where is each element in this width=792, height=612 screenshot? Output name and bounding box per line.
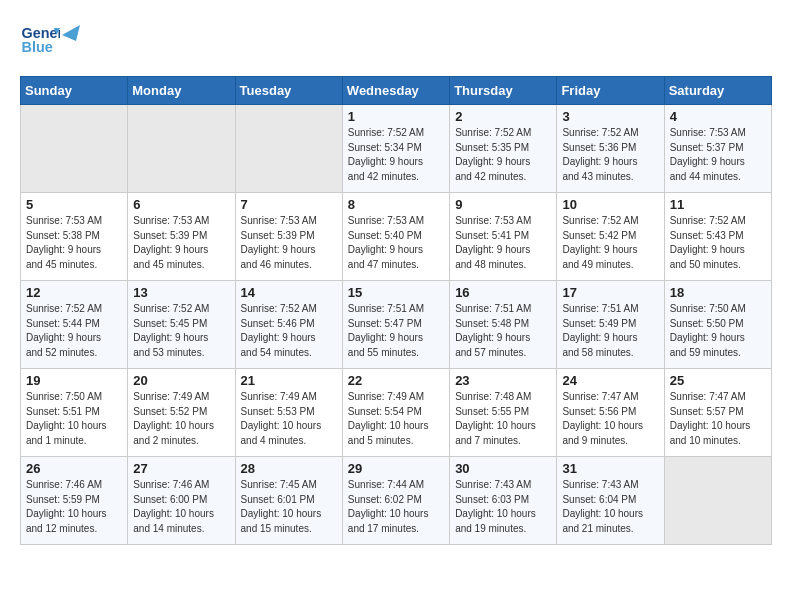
day-number: 15 <box>348 285 444 300</box>
calendar-cell: 2Sunrise: 7:52 AM Sunset: 5:35 PM Daylig… <box>450 105 557 193</box>
day-number: 24 <box>562 373 658 388</box>
day-number: 10 <box>562 197 658 212</box>
calendar-cell: 25Sunrise: 7:47 AM Sunset: 5:57 PM Dayli… <box>664 369 771 457</box>
calendar-cell: 16Sunrise: 7:51 AM Sunset: 5:48 PM Dayli… <box>450 281 557 369</box>
day-info: Sunrise: 7:52 AM Sunset: 5:44 PM Dayligh… <box>26 302 122 360</box>
day-number: 25 <box>670 373 766 388</box>
day-number: 22 <box>348 373 444 388</box>
calendar-cell: 15Sunrise: 7:51 AM Sunset: 5:47 PM Dayli… <box>342 281 449 369</box>
day-info: Sunrise: 7:52 AM Sunset: 5:45 PM Dayligh… <box>133 302 229 360</box>
day-number: 26 <box>26 461 122 476</box>
header-friday: Friday <box>557 77 664 105</box>
day-info: Sunrise: 7:52 AM Sunset: 5:43 PM Dayligh… <box>670 214 766 272</box>
header-monday: Monday <box>128 77 235 105</box>
day-info: Sunrise: 7:53 AM Sunset: 5:41 PM Dayligh… <box>455 214 551 272</box>
day-number: 20 <box>133 373 229 388</box>
calendar-cell <box>128 105 235 193</box>
calendar-cell: 13Sunrise: 7:52 AM Sunset: 5:45 PM Dayli… <box>128 281 235 369</box>
calendar-cell: 20Sunrise: 7:49 AM Sunset: 5:52 PM Dayli… <box>128 369 235 457</box>
svg-text:Blue: Blue <box>22 39 53 55</box>
calendar-week-row: 19Sunrise: 7:50 AM Sunset: 5:51 PM Dayli… <box>21 369 772 457</box>
day-info: Sunrise: 7:48 AM Sunset: 5:55 PM Dayligh… <box>455 390 551 448</box>
day-number: 16 <box>455 285 551 300</box>
calendar-cell: 21Sunrise: 7:49 AM Sunset: 5:53 PM Dayli… <box>235 369 342 457</box>
calendar-week-row: 1Sunrise: 7:52 AM Sunset: 5:34 PM Daylig… <box>21 105 772 193</box>
calendar-cell: 19Sunrise: 7:50 AM Sunset: 5:51 PM Dayli… <box>21 369 128 457</box>
day-number: 7 <box>241 197 337 212</box>
day-info: Sunrise: 7:52 AM Sunset: 5:36 PM Dayligh… <box>562 126 658 184</box>
day-info: Sunrise: 7:43 AM Sunset: 6:04 PM Dayligh… <box>562 478 658 536</box>
calendar-cell <box>21 105 128 193</box>
calendar-cell: 9Sunrise: 7:53 AM Sunset: 5:41 PM Daylig… <box>450 193 557 281</box>
day-info: Sunrise: 7:53 AM Sunset: 5:39 PM Dayligh… <box>133 214 229 272</box>
calendar-table: SundayMondayTuesdayWednesdayThursdayFrid… <box>20 76 772 545</box>
day-number: 18 <box>670 285 766 300</box>
calendar-cell: 22Sunrise: 7:49 AM Sunset: 5:54 PM Dayli… <box>342 369 449 457</box>
day-info: Sunrise: 7:50 AM Sunset: 5:51 PM Dayligh… <box>26 390 122 448</box>
day-info: Sunrise: 7:51 AM Sunset: 5:48 PM Dayligh… <box>455 302 551 360</box>
calendar-cell: 3Sunrise: 7:52 AM Sunset: 5:36 PM Daylig… <box>557 105 664 193</box>
calendar-cell: 7Sunrise: 7:53 AM Sunset: 5:39 PM Daylig… <box>235 193 342 281</box>
day-info: Sunrise: 7:53 AM Sunset: 5:39 PM Dayligh… <box>241 214 337 272</box>
day-number: 6 <box>133 197 229 212</box>
calendar-cell: 17Sunrise: 7:51 AM Sunset: 5:49 PM Dayli… <box>557 281 664 369</box>
calendar-cell: 26Sunrise: 7:46 AM Sunset: 5:59 PM Dayli… <box>21 457 128 545</box>
day-info: Sunrise: 7:49 AM Sunset: 5:53 PM Dayligh… <box>241 390 337 448</box>
day-number: 31 <box>562 461 658 476</box>
calendar-cell: 30Sunrise: 7:43 AM Sunset: 6:03 PM Dayli… <box>450 457 557 545</box>
day-number: 27 <box>133 461 229 476</box>
day-info: Sunrise: 7:53 AM Sunset: 5:37 PM Dayligh… <box>670 126 766 184</box>
day-number: 1 <box>348 109 444 124</box>
calendar-cell: 18Sunrise: 7:50 AM Sunset: 5:50 PM Dayli… <box>664 281 771 369</box>
day-info: Sunrise: 7:47 AM Sunset: 5:57 PM Dayligh… <box>670 390 766 448</box>
header-wednesday: Wednesday <box>342 77 449 105</box>
calendar-cell: 6Sunrise: 7:53 AM Sunset: 5:39 PM Daylig… <box>128 193 235 281</box>
logo: General Blue <box>20 20 80 60</box>
day-info: Sunrise: 7:45 AM Sunset: 6:01 PM Dayligh… <box>241 478 337 536</box>
logo-wing-icon <box>56 21 80 49</box>
calendar-week-row: 12Sunrise: 7:52 AM Sunset: 5:44 PM Dayli… <box>21 281 772 369</box>
day-number: 11 <box>670 197 766 212</box>
calendar-cell <box>235 105 342 193</box>
day-info: Sunrise: 7:52 AM Sunset: 5:34 PM Dayligh… <box>348 126 444 184</box>
calendar-cell: 10Sunrise: 7:52 AM Sunset: 5:42 PM Dayli… <box>557 193 664 281</box>
calendar-cell: 31Sunrise: 7:43 AM Sunset: 6:04 PM Dayli… <box>557 457 664 545</box>
day-number: 9 <box>455 197 551 212</box>
calendar-cell: 12Sunrise: 7:52 AM Sunset: 5:44 PM Dayli… <box>21 281 128 369</box>
day-info: Sunrise: 7:49 AM Sunset: 5:54 PM Dayligh… <box>348 390 444 448</box>
calendar-cell <box>664 457 771 545</box>
calendar-cell: 4Sunrise: 7:53 AM Sunset: 5:37 PM Daylig… <box>664 105 771 193</box>
calendar-cell: 29Sunrise: 7:44 AM Sunset: 6:02 PM Dayli… <box>342 457 449 545</box>
header-thursday: Thursday <box>450 77 557 105</box>
calendar-cell: 5Sunrise: 7:53 AM Sunset: 5:38 PM Daylig… <box>21 193 128 281</box>
day-number: 30 <box>455 461 551 476</box>
day-info: Sunrise: 7:47 AM Sunset: 5:56 PM Dayligh… <box>562 390 658 448</box>
header-tuesday: Tuesday <box>235 77 342 105</box>
day-info: Sunrise: 7:51 AM Sunset: 5:47 PM Dayligh… <box>348 302 444 360</box>
calendar-cell: 8Sunrise: 7:53 AM Sunset: 5:40 PM Daylig… <box>342 193 449 281</box>
calendar-cell: 24Sunrise: 7:47 AM Sunset: 5:56 PM Dayli… <box>557 369 664 457</box>
day-number: 3 <box>562 109 658 124</box>
day-number: 19 <box>26 373 122 388</box>
day-info: Sunrise: 7:52 AM Sunset: 5:35 PM Dayligh… <box>455 126 551 184</box>
day-number: 21 <box>241 373 337 388</box>
day-number: 29 <box>348 461 444 476</box>
calendar-header-row: SundayMondayTuesdayWednesdayThursdayFrid… <box>21 77 772 105</box>
day-number: 4 <box>670 109 766 124</box>
day-number: 2 <box>455 109 551 124</box>
day-info: Sunrise: 7:51 AM Sunset: 5:49 PM Dayligh… <box>562 302 658 360</box>
day-info: Sunrise: 7:44 AM Sunset: 6:02 PM Dayligh… <box>348 478 444 536</box>
svg-marker-3 <box>62 25 80 41</box>
svg-text:General: General <box>22 25 60 41</box>
day-number: 14 <box>241 285 337 300</box>
day-info: Sunrise: 7:46 AM Sunset: 5:59 PM Dayligh… <box>26 478 122 536</box>
day-info: Sunrise: 7:52 AM Sunset: 5:42 PM Dayligh… <box>562 214 658 272</box>
header-saturday: Saturday <box>664 77 771 105</box>
calendar-cell: 27Sunrise: 7:46 AM Sunset: 6:00 PM Dayli… <box>128 457 235 545</box>
day-info: Sunrise: 7:46 AM Sunset: 6:00 PM Dayligh… <box>133 478 229 536</box>
day-number: 13 <box>133 285 229 300</box>
day-info: Sunrise: 7:49 AM Sunset: 5:52 PM Dayligh… <box>133 390 229 448</box>
header-sunday: Sunday <box>21 77 128 105</box>
day-number: 17 <box>562 285 658 300</box>
day-info: Sunrise: 7:50 AM Sunset: 5:50 PM Dayligh… <box>670 302 766 360</box>
